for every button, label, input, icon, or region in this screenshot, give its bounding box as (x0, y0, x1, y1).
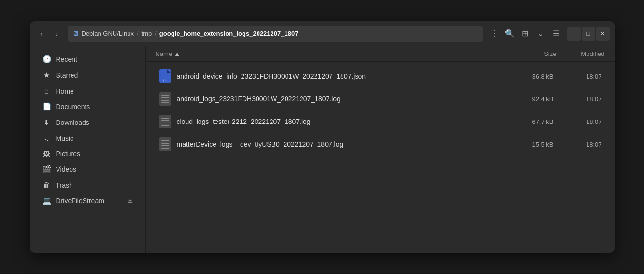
os-icon: 🖥 (72, 30, 79, 37)
sort-icon: ▲ (174, 50, 180, 57)
back-button[interactable]: ‹ (35, 27, 48, 41)
trash-label: Trash (56, 181, 73, 189)
file-manager-window: ‹ › 🖥 Debian GNU/Linux / tmp / google_ho… (30, 21, 615, 253)
sidebar-item-home[interactable]: ⌂Home (33, 83, 143, 98)
breadcrumb: 🖥 Debian GNU/Linux / tmp / google_home_e… (68, 26, 483, 42)
downloads-label: Downloads (56, 119, 89, 126)
breadcrumb-sep-2: / (155, 30, 157, 37)
starred-label: Starred (56, 71, 78, 79)
music-icon: ♫ (43, 134, 51, 142)
breadcrumb-debian[interactable]: Debian GNU/Linux (82, 30, 134, 37)
table-row[interactable]: cloud_logs_tester-2212_20221207_1807.log… (149, 110, 612, 133)
pictures-label: Pictures (56, 150, 81, 158)
sidebar-item-documents[interactable]: 📄Documents (33, 99, 143, 114)
file-size: 36.8 kB (505, 73, 554, 80)
sidebar-item-videos[interactable]: 🎬Videos (33, 162, 143, 177)
search-button[interactable]: 🔍 (502, 27, 517, 41)
file-size: 92.4 kB (505, 96, 554, 103)
drivefilestream-icon: 💻 (43, 196, 51, 205)
sidebar: 🕐Recent★Starred⌂Home📄Documents⬇Downloads… (30, 46, 146, 253)
starred-icon: ★ (43, 71, 51, 80)
sidebar-item-trash[interactable]: 🗑Trash (33, 178, 143, 192)
view-chevron-button[interactable]: ⌄ (533, 27, 548, 41)
pictures-icon: 🖼 (43, 150, 51, 158)
documents-label: Documents (56, 103, 90, 110)
eject-button[interactable]: ⏏ (127, 197, 133, 205)
header-name: Name ▲ (156, 50, 508, 57)
titlebar: ‹ › 🖥 Debian GNU/Linux / tmp / google_ho… (30, 21, 615, 46)
main-content: 🕐Recent★Starred⌂Home📄Documents⬇Downloads… (30, 46, 615, 253)
file-icon-0: { } (158, 68, 172, 84)
view-list-button[interactable]: ☰ (549, 27, 563, 41)
maximize-button[interactable]: □ (582, 27, 595, 41)
drivefilestream-label: DriveFileStream (56, 197, 104, 205)
window-controls: – □ ✕ (567, 27, 610, 41)
file-area: Name ▲ Size Modified { } android_device_… (146, 46, 615, 253)
sidebar-item-pictures[interactable]: 🖼Pictures (33, 146, 143, 161)
file-list: { } android_device_info_23231FDH30001W_2… (146, 62, 615, 253)
recent-label: Recent (56, 55, 77, 63)
home-icon: ⌂ (43, 87, 51, 95)
titlebar-actions: ⋮ 🔍 ⊞ ⌄ ☰ (487, 27, 563, 41)
header-name-label: Name (156, 50, 172, 57)
file-name: android_device_info_23231FDH30001W_20221… (177, 72, 505, 80)
videos-icon: 🎬 (43, 165, 51, 174)
sidebar-item-starred[interactable]: ★Starred (33, 68, 143, 83)
table-row[interactable]: android_logs_23231FDH30001W_20221207_180… (149, 88, 612, 110)
file-size: 67.7 kB (505, 118, 554, 125)
music-label: Music (56, 135, 74, 142)
minimize-button[interactable]: – (567, 27, 581, 41)
table-row[interactable]: matterDevice_logs__dev_ttyUSB0_20221207_… (149, 133, 612, 155)
sidebar-item-downloads[interactable]: ⬇Downloads (33, 115, 143, 130)
file-size: 15.5 kB (505, 141, 554, 148)
breadcrumb-sep-1: / (137, 30, 139, 37)
trash-icon: 🗑 (43, 181, 51, 189)
file-name: matterDevice_logs__dev_ttyUSB0_20221207_… (177, 140, 505, 148)
file-modified: 18:07 (554, 73, 602, 80)
header-size: Size (508, 50, 557, 57)
sidebar-item-music[interactable]: ♫Music (33, 131, 143, 146)
nav-buttons: ‹ › (35, 27, 64, 41)
file-modified: 18:07 (554, 96, 602, 103)
file-list-header: Name ▲ Size Modified (146, 46, 615, 62)
file-name: cloud_logs_tester-2212_20221207_1807.log (177, 118, 505, 125)
header-modified: Modified (557, 50, 605, 57)
sidebar-item-recent[interactable]: 🕐Recent (33, 52, 143, 67)
sidebar-drive-drivefilestream[interactable]: 💻DriveFileStream⏏ (33, 193, 143, 208)
file-icon-2 (158, 114, 172, 129)
breadcrumb-current[interactable]: google_home_extension_logs_20221207_1807 (159, 30, 299, 37)
recent-icon: 🕐 (43, 55, 51, 64)
videos-label: Videos (56, 165, 77, 173)
downloads-icon: ⬇ (43, 118, 51, 127)
documents-icon: 📄 (43, 102, 51, 111)
file-icon-1 (158, 91, 172, 107)
file-icon-3 (158, 137, 172, 152)
forward-button[interactable]: › (50, 27, 64, 41)
file-modified: 18:07 (554, 141, 602, 148)
file-name: android_logs_23231FDH30001W_20221207_180… (177, 95, 505, 103)
more-options-button[interactable]: ⋮ (487, 27, 501, 41)
file-modified: 18:07 (554, 118, 602, 125)
table-row[interactable]: { } android_device_info_23231FDH30001W_2… (149, 65, 612, 87)
view-grid-button[interactable]: ⊞ (518, 27, 532, 41)
breadcrumb-tmp[interactable]: tmp (142, 30, 152, 37)
home-label: Home (56, 87, 74, 95)
close-button[interactable]: ✕ (596, 27, 610, 41)
